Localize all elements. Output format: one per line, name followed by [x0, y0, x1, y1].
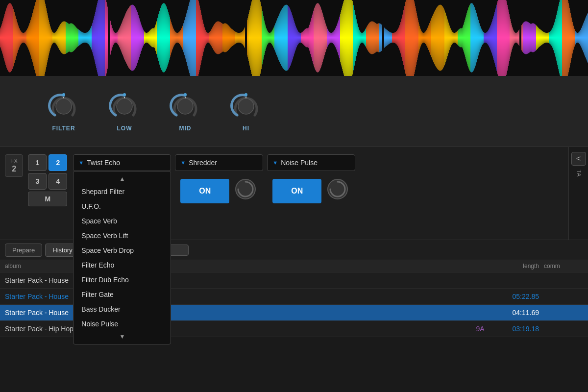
fx-slot-2-on-btn[interactable]: ON — [180, 179, 229, 203]
fx-slot-1-dropdown[interactable]: ▼ Twist Echo — [73, 154, 171, 171]
collapse-btn[interactable]: < — [571, 152, 586, 166]
knob-hi[interactable] — [230, 91, 262, 122]
dropdown-item[interactable]: U.F.O. — [74, 199, 171, 214]
fx-slot-2-dropdown[interactable]: ▼ Shredder — [175, 154, 263, 171]
dropdown-arrow-up[interactable]: ▲ — [74, 173, 171, 184]
dropdown-item[interactable]: Filter Gate — [74, 287, 171, 302]
pad-1[interactable]: 1 — [28, 154, 47, 171]
fx-slot-3: ▼ Noise Pulse ON — [267, 154, 355, 203]
svg-point-5 — [117, 98, 132, 114]
svg-point-10 — [245, 93, 247, 96]
track-length: 03:19.18 — [495, 325, 544, 333]
knob-group-filter: FILTER — [48, 91, 79, 132]
knob-label-mid: MID — [179, 125, 192, 132]
dropdown-arrow-2: ▼ — [180, 160, 186, 166]
dropdown-item[interactable]: Space Verb Lift — [74, 228, 171, 243]
dropdown-arrow-1: ▼ — [78, 160, 84, 166]
knob-group-hi: HI — [230, 91, 262, 132]
fx-dropdown-menu: ▲ Shepard FilterU.F.O.Space VerbSpace Ve… — [73, 171, 171, 344]
dropdown-item[interactable]: Shepard Filter — [74, 184, 171, 199]
svg-point-8 — [177, 98, 193, 114]
knob-group-low: LOW — [109, 91, 140, 132]
svg-point-1 — [62, 93, 65, 96]
pad-4[interactable]: 4 — [49, 173, 67, 190]
svg-point-2 — [56, 98, 72, 114]
dropdown-arrow-3: ▼ — [272, 160, 278, 166]
svg-point-7 — [184, 93, 187, 96]
fx-slot-1: ▼ Twist Echo ▲ Shepard FilterU.F.O.Space… — [73, 154, 171, 171]
fx-text: FX — [10, 158, 18, 165]
fx-slot-2-controls: ON — [180, 175, 258, 203]
dropdown-item[interactable]: Space Verb Drop — [74, 243, 171, 258]
dropdown-item[interactable]: Bass Ducker — [74, 302, 171, 317]
knob-label-low: LOW — [117, 125, 132, 132]
knob-filter[interactable] — [48, 91, 79, 122]
fx-slot-3-on-btn[interactable]: ON — [272, 179, 321, 203]
pad-grid: 1 2 3 4 M — [28, 154, 67, 206]
pad-2[interactable]: 2 — [49, 154, 67, 171]
header-length: length — [495, 263, 544, 270]
header-comment: comm — [544, 263, 583, 270]
dropdown-item[interactable]: Space Verb — [74, 214, 171, 228]
right-panel-hint: < TA — [568, 147, 588, 240]
fx-slot-2-name: Shredder — [189, 159, 217, 167]
knob-label-hi: HI — [243, 125, 249, 132]
track-key: 9A — [466, 325, 495, 333]
fx-slot-3-dropdown[interactable]: ▼ Noise Pulse — [267, 154, 355, 171]
tab-hint[interactable]: TA — [575, 170, 582, 176]
waveform-display — [0, 0, 588, 76]
dropdown-item[interactable]: Filter Dub Echo — [74, 272, 171, 287]
svg-point-4 — [123, 93, 126, 96]
svg-point-11 — [238, 98, 254, 114]
knob-low[interactable] — [109, 91, 140, 122]
controls-area: FILTER LOW — [0, 76, 588, 147]
track-length: 05:22.85 — [495, 293, 544, 300]
fx-label: FX 2 — [5, 154, 23, 177]
fx-slot-2-knob[interactable] — [233, 177, 258, 201]
dropdown-item[interactable]: Noise Pulse — [74, 317, 171, 331]
dropdown-item[interactable]: Filter Echo — [74, 258, 171, 272]
fx-slot-3-name: Noise Pulse — [281, 159, 318, 167]
tab-prepare[interactable]: Prepare — [5, 244, 42, 257]
pad-m[interactable]: M — [28, 192, 67, 206]
dropdown-arrow-down[interactable]: ▼ — [74, 331, 171, 342]
pad-3[interactable]: 3 — [28, 173, 47, 190]
dropdown-items: Shepard FilterU.F.O.Space VerbSpace Verb… — [74, 184, 171, 331]
knob-group-mid: MID — [170, 91, 201, 132]
knob-label-filter: FILTER — [52, 125, 75, 132]
knob-mid[interactable] — [170, 91, 201, 122]
fx-section: FX 2 1 2 3 4 M ▼ Twist Echo ▲ Shepard Fi… — [0, 147, 588, 240]
fx-number: 2 — [12, 165, 16, 173]
fx-slot-1-name: Twist Echo — [87, 159, 120, 167]
fx-slot-3-controls: ON — [272, 175, 350, 203]
track-length: 04:11.69 — [495, 309, 544, 317]
fx-slot-3-knob[interactable] — [325, 177, 350, 201]
fx-slot-2: ▼ Shredder ON — [175, 154, 263, 203]
